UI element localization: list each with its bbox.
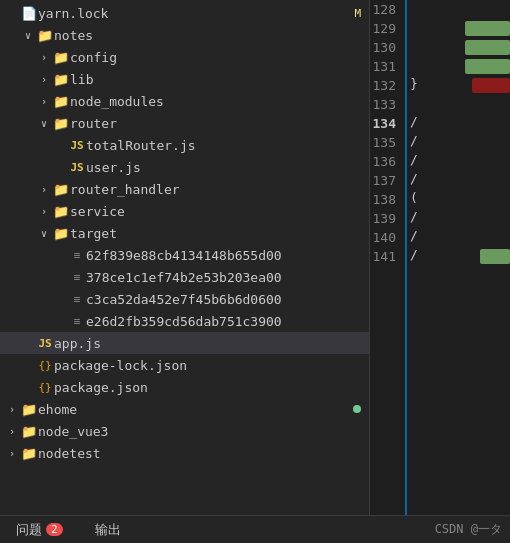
line-row-129: 129 [370,19,510,38]
line-number: 134 [370,116,406,131]
tab-problems[interactable]: 问题 2 [8,516,71,543]
js-icon: JS [36,337,54,350]
line-content: } [406,76,510,95]
target-file-icon: ≡ [68,315,86,328]
tree-item-pkg-lock[interactable]: {}package-lock.json [0,354,369,376]
line-row-139: 139/ [370,209,510,228]
tree-item-lib[interactable]: ›📁lib [0,68,369,90]
line-content: / [406,171,510,190]
folder-arrow: › [36,206,52,217]
tree-item-label: 378ce1c1ef74b2e53b203ea00 [86,270,361,285]
line-number: 130 [370,40,406,55]
line-row-138: 138( [370,190,510,209]
line-number: 132 [370,78,406,93]
line-content: ( [406,190,510,209]
sidebar: 📄yarn.lockM∨📁notes›📁config›📁lib›📁node_mo… [0,0,370,515]
tree-item-label: yarn.lock [38,6,350,21]
status-dot [353,405,361,413]
folder-icon: 📁 [52,204,70,219]
line-content [406,0,510,19]
line-content: / [406,133,510,152]
target-file-icon: ≡ [68,249,86,262]
problems-badge: 2 [46,523,63,536]
line-row-132: 132} [370,76,510,95]
tree-item-hash3[interactable]: ≡c3ca52da452e7f45b6b6d0600 [0,288,369,310]
tree-item-label: e26d2fb359cd56dab751c3900 [86,314,361,329]
folder-arrow: › [4,404,20,415]
line-number: 141 [370,249,406,264]
tree-item-user[interactable]: JSuser.js [0,156,369,178]
folder-arrow: ∨ [20,30,36,41]
line-row-128: 128 [370,0,510,19]
tree-item-router[interactable]: ∨📁router [0,112,369,134]
tree-item-hash2[interactable]: ≡378ce1c1ef74b2e53b203ea00 [0,266,369,288]
folder-icon: 📁 [52,72,70,87]
tree-item-label: 62f839e88cb4134148b655d00 [86,248,361,263]
bottom-panel: 问题 2 输出 CSDN @一タ [0,515,510,543]
folder-icon: 📁 [20,402,38,417]
line-number: 139 [370,211,406,226]
tree-item-hash1[interactable]: ≡62f839e88cb4134148b655d00 [0,244,369,266]
tree-item-label: router [70,116,361,131]
tree-item-label: ehome [38,402,349,417]
tree-item-node_vue3[interactable]: ›📁node_vue3 [0,420,369,442]
file-badge: M [354,7,361,20]
tree-item-ehome[interactable]: ›📁ehome [0,398,369,420]
line-text: / [406,209,418,224]
json-icon: {} [36,359,54,372]
tree-item-notes[interactable]: ∨📁notes [0,24,369,46]
folder-icon: 📁 [36,28,54,43]
tree-item-service[interactable]: ›📁service [0,200,369,222]
line-content [406,57,510,76]
tab-output[interactable]: 输出 [87,516,129,543]
line-row-137: 137/ [370,171,510,190]
tree-item-label: package.json [54,380,361,395]
tree-item-appjs[interactable]: JSapp.js [0,332,369,354]
target-file-icon: ≡ [68,271,86,284]
tree-item-label: notes [54,28,361,43]
folder-arrow: › [4,448,20,459]
tree-item-label: target [70,226,361,241]
tree-item-pkg[interactable]: {}package.json [0,376,369,398]
folder-arrow: › [36,184,52,195]
tree-item-router_handler[interactable]: ›📁router_handler [0,178,369,200]
line-text: } [406,76,418,91]
json-icon: {} [36,381,54,394]
js-icon: JS [68,139,86,152]
line-text: / [406,152,418,167]
line-content: / [406,152,510,171]
tree-item-label: config [70,50,361,65]
line-text: ( [406,190,418,205]
tree-item-totalRouter[interactable]: JStotalRouter.js [0,134,369,156]
target-file-icon: ≡ [68,293,86,306]
tree-item-hash4[interactable]: ≡e26d2fb359cd56dab751c3900 [0,310,369,332]
tree-item-node_modules[interactable]: ›📁node_modules [0,90,369,112]
tree-item-label: user.js [86,160,361,175]
line-text: / [406,114,418,129]
problems-label: 问题 [16,521,42,539]
tree-item-label: package-lock.json [54,358,361,373]
tree-item-label: node_vue3 [38,424,361,439]
folder-icon: 📁 [20,424,38,439]
tree-item-nodetest[interactable]: ›📁nodetest [0,442,369,464]
line-row-136: 136/ [370,152,510,171]
line-number: 140 [370,230,406,245]
line-content: / [406,247,510,266]
line-text: / [406,133,418,148]
tree-item-config[interactable]: ›📁config [0,46,369,68]
tree-item-yarn-lock[interactable]: 📄yarn.lockM [0,2,369,24]
line-content: / [406,209,510,228]
tree-item-label: router_handler [70,182,361,197]
csdn-text: CSDN @一タ [435,521,502,538]
folder-icon: 📁 [52,226,70,241]
tree-item-target[interactable]: ∨📁target [0,222,369,244]
line-row-133: 133 [370,95,510,114]
tree-item-label: nodetest [38,446,361,461]
folder-icon: 📁 [20,446,38,461]
tree-item-label: app.js [54,336,361,351]
output-label: 输出 [95,521,121,539]
line-text: / [406,171,418,186]
line-color-bar [472,78,510,93]
folder-arrow: › [36,74,52,85]
line-content [406,38,510,57]
